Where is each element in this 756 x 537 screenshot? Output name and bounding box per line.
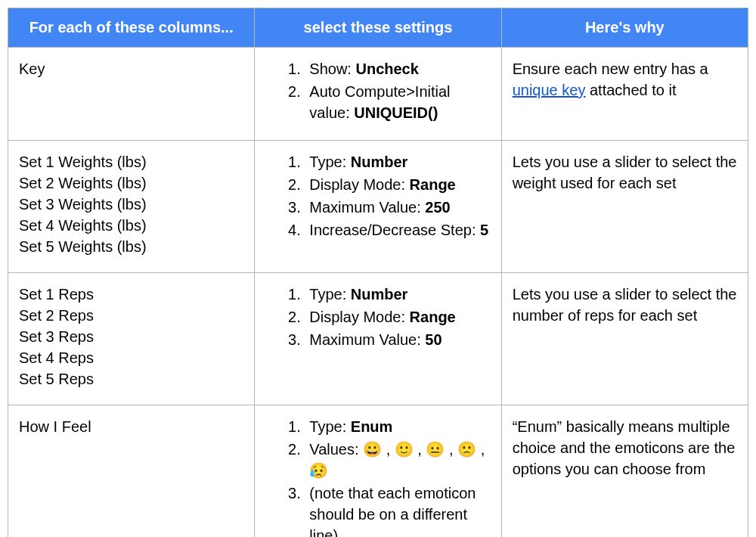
why-text-post: attached to it [585,82,676,98]
setting-value: Range [410,176,456,193]
setting-label: (note that each emoticon should be on a … [309,485,476,537]
setting-item: Type: Enum [305,416,490,437]
why-cell: “Enum” basically means multiple choice a… [501,405,748,538]
settings-cell: Type: Number Display Mode: Range Maximum… [255,141,501,273]
column-name: Key [19,58,243,79]
setting-item: Values: 😀 , 🙂 , 😐 , 🙁 , 😥 [305,439,490,481]
setting-label: Values: 😀 , 🙂 , 😐 , 🙁 , 😥 [309,441,485,479]
setting-value: Number [351,154,408,170]
settings-table: For each of these columns... select thes… [8,8,748,537]
table-row: Set 1 Weights (lbs) Set 2 Weights (lbs) … [8,141,748,273]
setting-label: Increase/Decrease Step: [309,222,480,238]
setting-item: Display Mode: Range [305,306,490,327]
column-name: Set 2 Weights (lbs) [19,172,243,194]
setting-item: Auto Compute>Initial value: UNIQUEID() [305,81,490,123]
header-why: Here's why [501,8,748,48]
setting-label: Maximum Value: [309,199,425,216]
table-row: How I Feel Type: Enum Values: 😀 , 🙂 , 😐 … [8,405,748,538]
why-cell: Ensure each new entry has a unique key a… [501,48,748,141]
why-text-pre: Ensure each new entry has a [513,61,708,77]
setting-item: Display Mode: Range [305,174,490,195]
header-columns: For each of these columns... [8,8,255,48]
column-name: Set 3 Weights (lbs) [19,194,243,215]
column-name: Set 2 Reps [19,305,243,326]
setting-label: Maximum Value: [309,331,425,348]
setting-item: Increase/Decrease Step: 5 [305,219,490,241]
setting-value: Range [410,309,456,325]
column-name: How I Feel [19,416,243,437]
header-row: For each of these columns... select thes… [8,8,748,48]
setting-value: 50 [425,331,442,348]
column-name: Set 1 Reps [19,284,243,305]
why-cell: Lets you use a slider to select the numb… [501,273,748,405]
column-name: Set 3 Reps [19,326,243,347]
settings-cell: Type: Enum Values: 😀 , 🙂 , 😐 , 🙁 , 😥 (no… [255,405,501,538]
setting-item: Type: Number [305,151,490,172]
setting-label: Display Mode: [309,309,409,325]
setting-value: 5 [480,222,488,238]
columns-cell: Set 1 Reps Set 2 Reps Set 3 Reps Set 4 R… [8,273,255,405]
table-row: Set 1 Reps Set 2 Reps Set 3 Reps Set 4 R… [8,273,748,405]
setting-value: Uncheck [355,61,418,77]
settings-cell: Type: Number Display Mode: Range Maximum… [255,273,501,405]
column-name: Set 4 Weights (lbs) [19,215,243,236]
settings-cell: Show: Uncheck Auto Compute>Initial value… [255,48,501,141]
column-name: Set 5 Reps [19,368,243,390]
setting-value: UNIQUEID() [354,104,438,121]
columns-cell: Key [8,48,255,141]
setting-value: Enum [351,418,393,435]
columns-cell: How I Feel [8,405,255,538]
why-cell: Lets you use a slider to select the weig… [501,141,748,273]
table-row: Key Show: Uncheck Auto Compute>Initial v… [8,48,748,141]
unique-key-link[interactable]: unique key [513,82,586,98]
setting-item: Maximum Value: 50 [305,329,490,350]
setting-label: Show: [309,61,355,77]
column-name: Set 1 Weights (lbs) [19,151,243,172]
column-name: Set 5 Weights (lbs) [19,236,243,257]
setting-value: 250 [425,199,450,216]
setting-value: Number [351,286,408,303]
setting-label: Type: [309,154,350,170]
setting-item: Type: Number [305,284,490,305]
setting-item: Maximum Value: 250 [305,197,490,218]
columns-cell: Set 1 Weights (lbs) Set 2 Weights (lbs) … [8,141,255,273]
setting-label: Type: [309,286,350,303]
column-name: Set 4 Reps [19,347,243,368]
setting-item: (note that each emoticon should be on a … [305,483,490,537]
setting-label: Display Mode: [309,176,409,193]
setting-label: Type: [309,418,350,435]
setting-item: Show: Uncheck [305,58,490,79]
header-settings: select these settings [255,8,501,48]
